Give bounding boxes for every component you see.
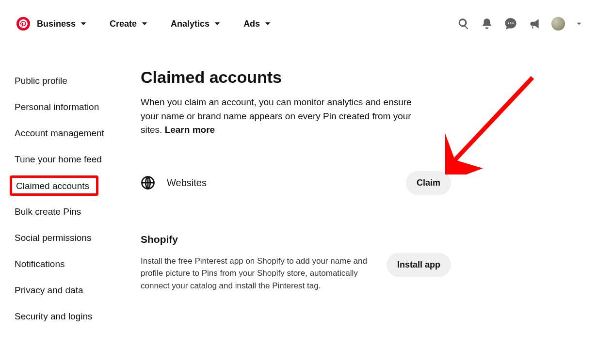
sidebar-item-public-profile[interactable]: Public profile	[15, 68, 67, 94]
globe-icon	[141, 175, 155, 190]
sidebar-item-label: Claimed accounts	[16, 181, 89, 191]
nav-label: Ads	[243, 19, 260, 29]
bell-icon	[481, 17, 493, 30]
install-app-button[interactable]: Install app	[387, 253, 451, 277]
websites-label: Websites	[167, 177, 406, 189]
shopify-section: Shopify Install the free Pinterest app o…	[141, 234, 451, 292]
sidebar-item-account-management[interactable]: Account management	[15, 120, 104, 146]
pinterest-logo[interactable]	[16, 17, 30, 31]
claim-button[interactable]: Claim	[406, 171, 451, 195]
nav-label: Analytics	[171, 19, 210, 29]
nav-label: Business	[37, 19, 76, 29]
sidebar-item-security-logins[interactable]: Security and logins	[15, 303, 93, 330]
sidebar-item-social-permissions[interactable]: Social permissions	[15, 225, 91, 251]
notifications-button[interactable]	[481, 17, 493, 30]
main-panel: Claimed accounts When you claim an accou…	[141, 68, 480, 330]
nav-create[interactable]: Create	[110, 19, 148, 29]
chevron-down-icon	[141, 20, 148, 28]
header-right	[457, 17, 582, 31]
announce-button[interactable]	[528, 17, 541, 30]
sidebar-item-privacy-data[interactable]: Privacy and data	[15, 277, 83, 303]
chevron-down-icon	[264, 20, 272, 28]
avatar[interactable]	[551, 17, 565, 31]
websites-row: Websites Claim	[141, 171, 451, 195]
learn-more-link[interactable]: Learn more	[165, 125, 215, 135]
megaphone-icon	[528, 17, 541, 30]
settings-sidebar: Public profile Personal information Acco…	[0, 68, 141, 330]
nav-analytics[interactable]: Analytics	[171, 19, 221, 29]
top-header: Business Create Analytics Ads	[0, 0, 597, 39]
chevron-down-icon	[213, 20, 221, 28]
content-area: Public profile Personal information Acco…	[0, 39, 597, 330]
sidebar-item-tune-home-feed[interactable]: Tune your home feed	[15, 146, 102, 173]
sidebar-item-bulk-create-pins[interactable]: Bulk create Pins	[15, 199, 81, 225]
sidebar-item-notifications[interactable]: Notifications	[15, 251, 65, 277]
nav-group: Business Create Analytics Ads	[37, 19, 294, 29]
search-icon	[457, 17, 470, 30]
messages-button[interactable]	[504, 17, 517, 31]
account-menu-chevron-icon[interactable]	[576, 20, 582, 27]
shopify-title: Shopify	[141, 234, 372, 245]
nav-business[interactable]: Business	[37, 19, 87, 29]
nav-ads[interactable]: Ads	[243, 19, 272, 29]
search-button[interactable]	[457, 17, 470, 30]
sidebar-item-claimed-accounts[interactable]: Claimed accounts	[10, 175, 98, 196]
pinterest-icon	[19, 19, 28, 28]
page-description: When you claim an account, you can monit…	[141, 95, 432, 137]
page-title: Claimed accounts	[141, 68, 451, 87]
chevron-down-icon	[80, 20, 87, 28]
nav-label: Create	[110, 19, 137, 29]
shopify-description: Install the free Pinterest app on Shopif…	[141, 255, 369, 292]
sidebar-item-personal-information[interactable]: Personal information	[15, 94, 99, 120]
chat-icon	[504, 17, 517, 31]
